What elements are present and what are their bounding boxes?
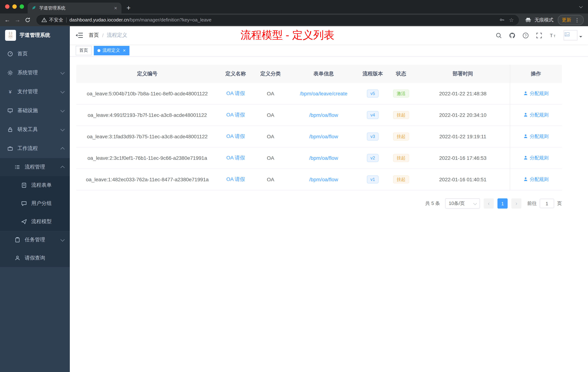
deploy-time-cell: 2022-01-16 17:46:53: [416, 147, 510, 169]
page-goto: 前往 页: [527, 199, 562, 208]
tab-close-icon[interactable]: ×: [114, 5, 118, 11]
help-icon[interactable]: ?: [523, 32, 529, 38]
assign-rule-button[interactable]: 分配规则: [523, 133, 549, 140]
sidebar-collapse-icon[interactable]: [76, 33, 83, 38]
definition-category-cell: OA: [253, 83, 288, 104]
tag-label: 首页: [79, 47, 88, 54]
tag-close-icon[interactable]: ×: [123, 48, 126, 53]
page-goto-input[interactable]: [540, 199, 554, 208]
window-fullscreen-button[interactable]: [20, 4, 24, 9]
search-icon[interactable]: [496, 32, 502, 38]
next-page-button[interactable]: ›: [511, 198, 521, 208]
site-security[interactable]: 不安全: [42, 17, 63, 23]
github-icon[interactable]: [509, 32, 515, 38]
back-button[interactable]: ←: [4, 17, 10, 23]
tab-search-chevron-icon[interactable]: [579, 5, 583, 8]
breadcrumb-home[interactable]: 首页: [89, 32, 99, 39]
chevron-down-icon: [61, 70, 65, 75]
definition-name-link[interactable]: OA 请假: [226, 176, 245, 182]
omnibox-actions: ☆: [499, 17, 514, 23]
sidebar-item-user-group[interactable]: 用户分组: [0, 194, 70, 213]
key-icon[interactable]: [499, 17, 504, 22]
browser-menu-button[interactable]: 更新 ⋮: [558, 15, 584, 25]
goto-unit-label: 页: [557, 200, 562, 207]
sidebar-item-infrastructure[interactable]: 基础设施: [0, 101, 70, 120]
sidebar-item-label: 流程表单: [31, 182, 52, 188]
definition-category-cell: OA: [253, 169, 288, 190]
address-bar[interactable]: 不安全 dashboard.yudao.iocoder.cn/bpm/manag…: [36, 15, 519, 25]
sidebar-menu: 首页系统管理¥支付管理基础设施研发工具工作流程流程管理流程表单用户分组流程模型任…: [0, 44, 70, 372]
window-controls: [5, 4, 24, 9]
new-tab-button[interactable]: +: [126, 4, 131, 11]
definition-name-link[interactable]: OA 请假: [226, 112, 245, 118]
prev-page-button[interactable]: ‹: [484, 198, 494, 208]
sidebar-item-process-form[interactable]: 流程表单: [0, 176, 70, 194]
update-label[interactable]: 更新: [562, 17, 571, 23]
sidebar-item-leave-query[interactable]: 请假查询: [0, 249, 70, 267]
url-host: dashboard.yudao.iocoder.cn: [69, 17, 129, 22]
page-size-select[interactable]: 10条/页: [445, 198, 480, 208]
assign-rule-button[interactable]: 分配规则: [523, 176, 549, 183]
window-close-button[interactable]: [5, 4, 10, 9]
sidebar-item-label: 系统管理: [17, 69, 38, 76]
sidebar-item-home[interactable]: 首页: [0, 44, 70, 63]
sidebar-item-label: 工作流程: [17, 145, 38, 152]
sidebar-item-task-management[interactable]: 任务管理: [0, 231, 70, 249]
navbar-actions: ? TT: [496, 30, 582, 40]
assign-rule-button[interactable]: 分配规则: [523, 155, 549, 161]
sidebar-item-label: 任务管理: [25, 237, 45, 243]
form-info-link[interactable]: /bpm/oa/flow: [309, 134, 338, 139]
caret-down-icon: [579, 36, 582, 39]
col-definition-category: 定义分类: [253, 65, 288, 83]
tag-process-definition[interactable]: 流程定义 ×: [94, 46, 129, 55]
send-icon: [21, 219, 27, 225]
url-text: dashboard.yudao.iocoder.cn/bpm/manager/d…: [69, 17, 211, 22]
form-info-link[interactable]: /bpm/oa/flow: [309, 155, 338, 161]
sidebar-item-dev-tools[interactable]: 研发工具: [0, 120, 70, 139]
window-minimize-button[interactable]: [12, 4, 17, 9]
user-avatar-menu[interactable]: [564, 30, 582, 40]
chevron-down-icon: [61, 127, 65, 131]
bookmark-star-icon[interactable]: ☆: [509, 17, 514, 23]
definition-name-link[interactable]: OA 请假: [226, 155, 245, 161]
dashboard-icon: [7, 51, 13, 57]
sidebar-logo[interactable]: 芋道管理系统: [0, 26, 70, 44]
sidebar-item-process-management[interactable]: 流程管理: [0, 158, 70, 176]
col-actions: 操作: [510, 65, 562, 83]
sidebar-item-payment-management[interactable]: ¥支付管理: [0, 82, 70, 101]
user-icon: [523, 156, 528, 160]
kebab-menu-icon[interactable]: ⋮: [575, 17, 580, 23]
sidebar-item-process-model[interactable]: 流程模型: [0, 213, 70, 231]
status-badge: 挂起: [393, 111, 409, 119]
content-area: 定义编号 定义名称 定义分类 表单信息 流程版本 状态 部署时间 操作 oa_l…: [70, 57, 588, 372]
assign-rule-button[interactable]: 分配规则: [523, 90, 549, 97]
assign-rule-button[interactable]: 分配规则: [523, 112, 549, 118]
version-badge: v2: [367, 154, 378, 162]
col-definition-id: 定义编号: [76, 65, 218, 83]
col-deploy-time: 部署时间: [416, 65, 510, 83]
assign-rule-label: 分配规则: [530, 176, 549, 183]
chevron-down-icon: [61, 89, 65, 93]
current-page-button[interactable]: 1: [497, 198, 508, 208]
form-info-link[interactable]: /bpm/oa/flow: [309, 112, 338, 118]
sidebar-item-label: 支付管理: [17, 88, 38, 95]
definition-category-cell: OA: [253, 126, 288, 147]
chevron-down-icon: [61, 108, 65, 112]
definition-name-link[interactable]: OA 请假: [226, 133, 245, 139]
forward-button[interactable]: →: [15, 17, 20, 23]
refresh-button[interactable]: [25, 17, 31, 23]
font-size-icon[interactable]: TT: [549, 33, 556, 38]
browser-tab[interactable]: 芋道管理系统 ×: [28, 2, 121, 13]
form-info-link[interactable]: /bpm/oa/flow: [309, 176, 338, 182]
tab-title: 芋道管理系统: [39, 5, 111, 11]
sidebar-item-workflow[interactable]: 工作流程: [0, 139, 70, 158]
form-info-link[interactable]: /bpm/oa/leave/create: [300, 91, 347, 97]
definition-name-link[interactable]: OA 请假: [226, 90, 245, 96]
sidebar-item-label: 流程管理: [25, 164, 45, 170]
page-title-annotation: 流程模型 - 定义列表: [241, 28, 334, 43]
deploy-time-cell: 2022-01-22 19:19:11: [416, 126, 510, 147]
sidebar-item-label: 流程模型: [31, 219, 52, 225]
fullscreen-icon[interactable]: [536, 32, 542, 38]
sidebar-item-system-management[interactable]: 系统管理: [0, 63, 70, 82]
tag-home[interactable]: 首页: [76, 46, 92, 55]
